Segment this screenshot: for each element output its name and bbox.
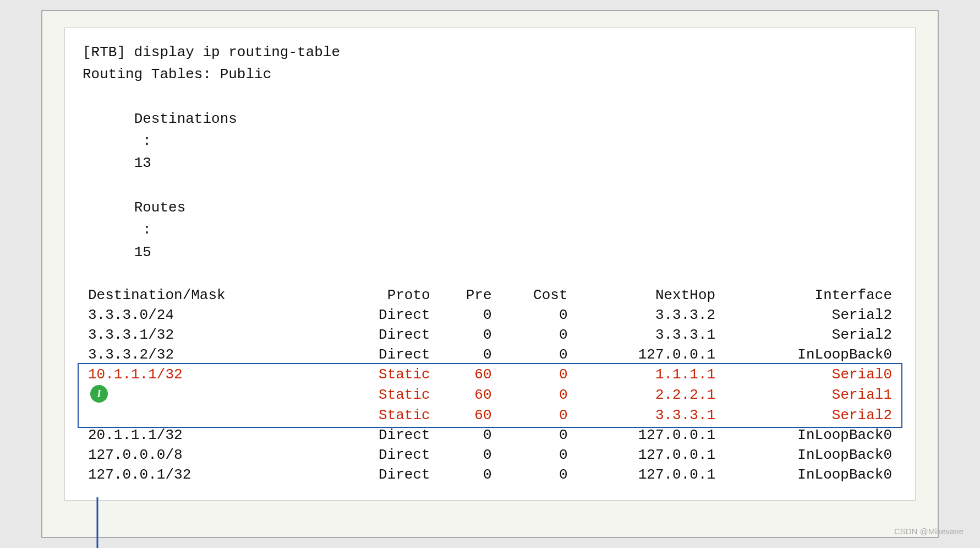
table-row: 3.3.3.1/32Direct003.3.3.1Serial2 xyxy=(83,325,897,345)
cell-iface: Serial2 xyxy=(721,325,897,345)
cell-pre: 0 xyxy=(436,465,497,485)
cell-iface: InLoopBack0 xyxy=(721,345,897,365)
table-header-row: Destination/Mask Proto Pre Cost NextHop … xyxy=(83,285,897,305)
cell-dest: 20.1.1.1/32 xyxy=(83,425,331,445)
cell-dest: 10.1.1.1/32 xyxy=(83,365,331,384)
routes-value: 15 xyxy=(134,244,151,261)
terminal-command-line: [RTB] display ip routing-table xyxy=(83,41,897,63)
cell-proto: Static xyxy=(331,405,435,425)
table-row: 20.1.1.1/32Direct00127.0.0.1InLoopBack0 xyxy=(83,425,897,445)
cell-proto: Direct xyxy=(331,325,435,345)
cell-iface: Serial2 xyxy=(721,305,897,325)
table-row: 3.3.3.2/32Direct00127.0.0.1InLoopBack0 xyxy=(83,345,897,365)
cell-cost: 0 xyxy=(497,384,573,405)
arrow-area: 等价路由，实现负载分担 xyxy=(64,514,916,548)
main-container: [RTB] display ip routing-table Routing T… xyxy=(41,10,939,538)
col-nexthop: NextHop xyxy=(573,285,721,305)
col-iface: Interface xyxy=(721,285,897,305)
cell-cost: 0 xyxy=(497,345,573,365)
destinations-value: 13 xyxy=(134,155,151,171)
cursor-icon: I xyxy=(90,385,108,403)
cell-proto: Direct xyxy=(331,345,435,365)
routing-table: Destination/Mask Proto Pre Cost NextHop … xyxy=(83,285,897,485)
table-row: Static6003.3.3.1Serial2 xyxy=(83,405,897,425)
cell-pre: 0 xyxy=(436,425,497,445)
cell-dest: 3.3.3.0/24 xyxy=(83,305,331,325)
cell-pre: 0 xyxy=(436,345,497,365)
cell-dest: 3.3.3.1/32 xyxy=(83,325,331,345)
spacer-1 xyxy=(134,177,211,194)
cell-proto: Direct xyxy=(331,425,435,445)
terminal-block: [RTB] display ip routing-table Routing T… xyxy=(64,28,916,501)
table-row: IStatic6002.2.2.1Serial1 xyxy=(83,384,897,405)
cell-nexthop: 127.0.0.1 xyxy=(573,445,721,465)
cell-cost: 0 xyxy=(497,445,573,465)
col-proto: Proto xyxy=(331,285,435,305)
cell-nexthop: 3.3.3.1 xyxy=(573,405,721,425)
cell-nexthop: 1.1.1.1 xyxy=(573,365,721,384)
cell-proto: Static xyxy=(331,384,435,405)
cell-iface: Serial1 xyxy=(721,384,897,405)
cell-iface: InLoopBack0 xyxy=(721,465,897,485)
cell-cost: 0 xyxy=(497,425,573,445)
routes-label: Routes xyxy=(134,199,186,216)
table-row: 127.0.0.0/8Direct00127.0.0.1InLoopBack0 xyxy=(83,445,897,465)
cell-nexthop: 2.2.2.1 xyxy=(573,384,721,405)
cell-cost: 0 xyxy=(497,465,573,485)
cell-proto: Static xyxy=(331,365,435,384)
cell-pre: 0 xyxy=(436,305,497,325)
cell-pre: 60 xyxy=(436,365,497,384)
cell-cost: 0 xyxy=(497,305,573,325)
arrow-line xyxy=(97,497,301,548)
cell-pre: 60 xyxy=(436,405,497,425)
table-row: 10.1.1.1/32Static6001.1.1.1Serial0 xyxy=(83,365,897,384)
cell-dest: 3.3.3.2/32 xyxy=(83,345,331,365)
cell-pre: 0 xyxy=(436,325,497,345)
cell-nexthop: 127.0.0.1 xyxy=(573,345,721,365)
cell-cost: 0 xyxy=(497,365,573,384)
cell-dest: I xyxy=(83,384,331,405)
cell-cost: 0 xyxy=(497,325,573,345)
cell-iface: Serial0 xyxy=(721,365,897,384)
terminal-summary-line: Destinations : 13 Routes : 15 xyxy=(83,86,897,286)
col-pre: Pre xyxy=(436,285,497,305)
cell-nexthop: 3.3.3.2 xyxy=(573,305,721,325)
cell-iface: InLoopBack0 xyxy=(721,425,897,445)
cell-proto: Direct xyxy=(331,445,435,465)
cell-nexthop: 127.0.0.1 xyxy=(573,425,721,445)
col-dest: Destination/Mask xyxy=(83,285,331,305)
table-row: 127.0.0.1/32Direct00127.0.0.1InLoopBack0 xyxy=(83,465,897,485)
cell-pre: 0 xyxy=(436,445,497,465)
colon-2: : xyxy=(134,221,160,238)
col-cost: Cost xyxy=(497,285,573,305)
colon-1: : xyxy=(134,133,160,149)
cell-cost: 0 xyxy=(497,405,573,425)
destinations-label: Destinations xyxy=(134,111,237,127)
cell-nexthop: 127.0.0.1 xyxy=(573,465,721,485)
cell-iface: Serial2 xyxy=(721,405,897,425)
cell-iface: InLoopBack0 xyxy=(721,445,897,465)
cell-pre: 60 xyxy=(436,384,497,405)
watermark: CSDN @Mikevane xyxy=(894,527,963,536)
cell-proto: Direct xyxy=(331,465,435,485)
cell-dest xyxy=(83,405,331,425)
cell-nexthop: 3.3.3.1 xyxy=(573,325,721,345)
cell-proto: Direct xyxy=(331,305,435,325)
cell-dest: 127.0.0.1/32 xyxy=(83,465,331,485)
cell-dest: 127.0.0.0/8 xyxy=(83,445,331,465)
arrow-svg xyxy=(64,497,560,548)
terminal-routing-tables-line: Routing Tables: Public xyxy=(83,63,897,85)
table-row: 3.3.3.0/24Direct003.3.3.2Serial2 xyxy=(83,305,897,325)
